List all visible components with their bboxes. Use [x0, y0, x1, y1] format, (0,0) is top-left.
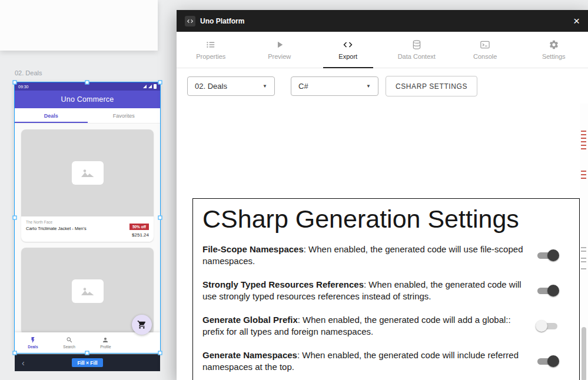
mountain-glyph [80, 167, 95, 179]
modal-title: CSharp Generation Settings [202, 205, 570, 233]
tab-label: Preview [268, 53, 291, 60]
nav-item-profile[interactable]: Profile [88, 332, 124, 353]
toggle-file-scope-namespaces[interactable] [536, 249, 559, 261]
tab-properties[interactable]: Properties [177, 32, 245, 68]
selection-handle-top-middle[interactable] [85, 81, 89, 85]
toggle-generate-global-prefix[interactable] [536, 320, 559, 332]
setting-row: Generate Global Prefix: When enabled, th… [202, 308, 570, 344]
status-time: 09:30 [18, 85, 29, 89]
tab-label: Data Context [398, 53, 436, 60]
toggle-strongly-typed-resources[interactable] [536, 285, 559, 296]
window-titlebar[interactable]: Uno Platform × [177, 10, 588, 32]
minimap-mark [581, 247, 586, 248]
app-title: Uno Commerce [61, 95, 114, 104]
setting-row: Strongly Typed Resources References: Whe… [202, 273, 570, 308]
selection-handle-middle-left[interactable] [13, 216, 17, 220]
nav-item-deals[interactable]: Deals [15, 332, 51, 353]
artboard-label[interactable]: 02. Deals [15, 69, 42, 76]
phone-content: The North Face Carto Triclimate Jacket -… [15, 124, 160, 353]
minimap-mark [581, 134, 586, 135]
setting-description: Strongly Typed Resources References: Whe… [202, 279, 525, 302]
product-name: Carto Triclimate Jacket - Men's [26, 226, 87, 231]
discount-badge: 50% off [129, 224, 149, 230]
phone-tab-deals[interactable]: Deals [15, 108, 88, 123]
product-pricing: 50% off $251.24 [129, 220, 149, 238]
selection-handle-top-right[interactable] [158, 81, 162, 85]
code-logo-icon [187, 18, 194, 25]
csharp-settings-button[interactable]: CSHARP SETTINGS [386, 76, 477, 96]
minimap-mark [581, 258, 586, 259]
setting-label: File-Scope Namespaces [202, 244, 304, 254]
tab-console[interactable]: Console [451, 32, 520, 68]
close-icon[interactable]: × [573, 15, 580, 26]
minimap-mark [581, 138, 586, 139]
selection-handle-bottom-right[interactable] [158, 351, 162, 355]
phone-tab-label: Favorites [113, 113, 135, 119]
setting-row: File-Scope Namespaces: When enabled, the… [202, 238, 570, 273]
cart-icon [137, 320, 147, 329]
nav-label: Profile [100, 345, 111, 349]
selection-handle-middle-right[interactable] [158, 216, 162, 220]
terminal-icon [480, 39, 490, 50]
setting-description: Generate Namespaces: When enabled, the g… [202, 349, 525, 373]
page-select-value: 02. Deals [195, 82, 227, 91]
switch-thumb [536, 320, 547, 332]
play-icon [274, 39, 285, 50]
tab-label: Console [473, 53, 497, 60]
tab-label: Properties [196, 53, 225, 60]
minimap-mark [581, 251, 586, 252]
window-title: Uno Platform [200, 17, 244, 25]
fill-size-badge[interactable]: Fill × Fill [72, 358, 102, 367]
image-placeholder-icon [72, 279, 104, 303]
phone-app-bar: Uno Commerce [15, 91, 160, 108]
minimap-mark [581, 131, 586, 132]
back-chevron-icon[interactable]: ‹ [22, 359, 25, 367]
tab-label: Export [338, 53, 357, 60]
uno-platform-window: Uno Platform × Properties Preview Export… [177, 10, 588, 380]
setting-row: Generate Namespaces: When enabled, the g… [202, 344, 570, 379]
product-brand: The North Face [26, 220, 87, 224]
nav-spacer [124, 332, 160, 353]
nav-item-search[interactable]: Search [51, 332, 88, 353]
minimap-mark [581, 268, 586, 269]
tab-label: Settings [542, 53, 566, 60]
setting-label: Generate Global Prefix [202, 315, 298, 325]
window-tabbar: Properties Preview Export Data Context C… [177, 32, 588, 68]
database-icon [411, 39, 422, 50]
language-select[interactable]: C# ▼ [291, 76, 378, 96]
tab-export[interactable]: Export [314, 32, 383, 68]
mountain-glyph [80, 285, 95, 297]
product-info: The North Face Carto Triclimate Jacket -… [21, 216, 154, 242]
nav-label: Search [63, 345, 75, 349]
vertical-scrollbar[interactable] [582, 327, 586, 380]
tab-settings[interactable]: Settings [520, 32, 588, 68]
product-texts: The North Face Carto Triclimate Jacket -… [26, 220, 87, 231]
selection-handle-bottom-middle[interactable] [85, 351, 89, 355]
export-toolbar: 02. Deals ▼ C# ▼ CSHARP SETTINGS [177, 68, 588, 104]
signal-icon [143, 85, 147, 88]
minimap-mark [581, 178, 586, 179]
setting-description: File-Scope Namespaces: When enabled, the… [202, 244, 525, 267]
setting-label: Strongly Typed Resources References [202, 279, 364, 289]
phone-tab-favorites[interactable]: Favorites [88, 108, 161, 123]
code-editor: 21 s => s 22 .Foreground(StatusBarForegr… [177, 104, 588, 380]
selection-handle-top-left[interactable] [13, 81, 17, 85]
page-select[interactable]: 02. Deals ▼ [187, 76, 275, 96]
selection-handle-bottom-left[interactable] [13, 351, 17, 355]
minimap-mark [581, 171, 586, 172]
app-logo [185, 16, 195, 26]
tab-preview[interactable]: Preview [245, 32, 314, 68]
toggle-generate-namespaces[interactable] [536, 355, 559, 367]
minimap-mark [581, 174, 586, 175]
language-select-value: C# [298, 82, 308, 91]
setting-description: Generate Global Prefix: When enabled, th… [202, 314, 525, 338]
tab-data-context[interactable]: Data Context [383, 32, 451, 68]
cart-fab[interactable] [132, 315, 152, 335]
code-minimap[interactable] [580, 104, 588, 380]
gear-icon [549, 39, 559, 50]
csharp-settings-modal: CSharp Generation Settings File-Scope Na… [192, 198, 580, 380]
product-price: $251.24 [129, 232, 149, 238]
phone-artboard[interactable]: 09:30 Uno Commerce Deals Favorites [15, 82, 160, 353]
status-icons [143, 84, 157, 89]
product-card[interactable]: The North Face Carto Triclimate Jacket -… [21, 129, 154, 242]
